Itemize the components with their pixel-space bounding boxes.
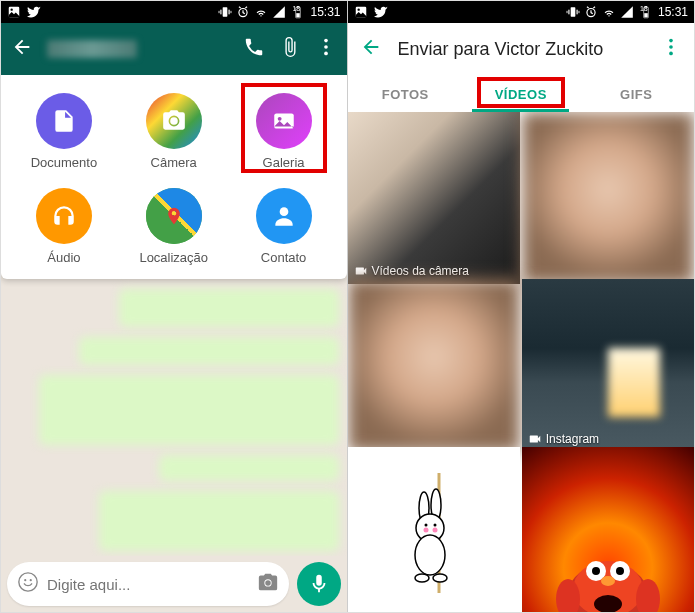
svg-point-40 <box>415 535 445 575</box>
wifi-icon <box>602 5 616 19</box>
wifi-icon <box>254 5 268 19</box>
svg-rect-4 <box>229 10 230 15</box>
message-input-pill <box>7 562 289 606</box>
folder-label: Vídeos da câmera <box>372 264 469 278</box>
svg-point-52 <box>616 567 624 575</box>
image-status-icon <box>7 5 21 19</box>
battery-badge: 18 <box>292 5 300 12</box>
attach-localizacao[interactable]: Localização <box>119 188 229 265</box>
attach-documento[interactable]: Documento <box>9 93 119 170</box>
svg-point-43 <box>423 527 428 532</box>
mic-button[interactable] <box>297 562 341 606</box>
alarm-icon <box>584 5 598 19</box>
status-time: 15:31 <box>658 5 688 19</box>
svg-point-11 <box>324 39 328 43</box>
folder-thumbnail[interactable] <box>348 279 520 451</box>
tab-gifs[interactable]: GIFS <box>579 75 695 112</box>
svg-point-41 <box>424 523 427 526</box>
vibrate-icon <box>218 5 232 19</box>
svg-point-45 <box>415 574 429 582</box>
video-icon <box>528 432 542 446</box>
elmo-fire-icon <box>548 499 668 612</box>
status-time: 15:31 <box>310 5 340 19</box>
menu-icon[interactable] <box>315 36 337 62</box>
attach-label: Documento <box>31 155 97 170</box>
back-icon[interactable] <box>11 36 33 62</box>
svg-point-42 <box>433 523 436 526</box>
svg-point-34 <box>669 45 673 49</box>
svg-point-53 <box>601 576 615 586</box>
battery-icon: 18 <box>290 5 306 19</box>
svg-rect-26 <box>576 10 577 15</box>
svg-point-12 <box>324 45 328 49</box>
picker-title: Enviar para Victor Zuckito <box>398 39 645 60</box>
attach-label: Áudio <box>47 250 80 265</box>
attachment-panel: Documento Câmera Galeria <box>1 75 347 279</box>
twitter-status-icon <box>27 5 41 19</box>
signal-icon <box>272 5 286 19</box>
battery-badge: 18 <box>640 5 648 12</box>
battery-icon: 18 <box>638 5 654 19</box>
alarm-icon <box>236 5 250 19</box>
attach-label: Galeria <box>263 155 305 170</box>
svg-rect-2 <box>223 7 228 16</box>
svg-rect-3 <box>221 10 222 15</box>
svg-point-35 <box>669 52 673 56</box>
attach-galeria[interactable]: Galeria <box>229 93 339 170</box>
tab-videos[interactable]: VÍDEOS <box>463 75 579 112</box>
emoji-icon[interactable] <box>17 571 39 597</box>
svg-point-16 <box>277 117 281 121</box>
svg-point-1 <box>11 9 13 11</box>
svg-point-20 <box>30 579 32 581</box>
contact-name-blurred[interactable] <box>47 40 137 58</box>
chat-messages-blurred <box>1 279 347 556</box>
attach-camera[interactable]: Câmera <box>119 93 229 170</box>
svg-rect-5 <box>219 11 220 13</box>
svg-point-14 <box>170 117 178 125</box>
gallery-grid: Vídeos da câmera Instagram <box>348 112 695 612</box>
folder-thumbnail[interactable] <box>522 112 694 284</box>
signal-icon <box>620 5 634 19</box>
video-icon <box>354 264 368 278</box>
image-status-icon <box>354 5 368 19</box>
folder-camera-videos[interactable]: Vídeos da câmera <box>348 112 520 284</box>
attach-label: Localização <box>139 250 208 265</box>
folder-instagram[interactable]: Instagram <box>522 279 694 451</box>
svg-point-13 <box>324 52 328 56</box>
message-input[interactable] <box>47 576 249 593</box>
tab-fotos[interactable]: FOTOS <box>348 75 464 112</box>
attach-label: Câmera <box>151 155 197 170</box>
svg-rect-32 <box>644 13 648 17</box>
svg-point-21 <box>265 580 271 586</box>
camera-input-icon[interactable] <box>257 571 279 597</box>
media-tabs: FOTOS VÍDEOS GIFS <box>348 75 695 112</box>
tab-videos-label: VÍDEOS <box>495 87 547 102</box>
svg-point-33 <box>669 39 673 43</box>
svg-point-17 <box>279 207 288 216</box>
svg-point-44 <box>432 527 437 532</box>
twitter-status-icon <box>374 5 388 19</box>
menu-icon[interactable] <box>660 36 682 62</box>
folder-label: Instagram <box>546 432 599 446</box>
attach-audio[interactable]: Áudio <box>9 188 119 265</box>
call-icon[interactable] <box>243 36 265 62</box>
vibrate-icon <box>566 5 580 19</box>
svg-point-23 <box>357 9 359 11</box>
folder-thumbnail[interactable] <box>522 447 694 612</box>
back-icon[interactable] <box>360 36 382 62</box>
svg-point-46 <box>433 574 447 582</box>
svg-rect-28 <box>579 11 580 13</box>
svg-point-19 <box>24 579 26 581</box>
folder-thumbnail[interactable] <box>348 447 520 612</box>
bunny-cartoon-icon <box>384 473 484 593</box>
svg-rect-25 <box>568 10 569 15</box>
attach-label: Contato <box>261 250 307 265</box>
svg-rect-24 <box>571 7 576 16</box>
svg-point-51 <box>592 567 600 575</box>
attach-icon[interactable] <box>279 36 301 62</box>
svg-point-18 <box>19 573 37 591</box>
attach-contato[interactable]: Contato <box>229 188 339 265</box>
svg-rect-6 <box>231 11 232 13</box>
svg-rect-27 <box>567 11 568 13</box>
svg-rect-10 <box>297 13 301 17</box>
